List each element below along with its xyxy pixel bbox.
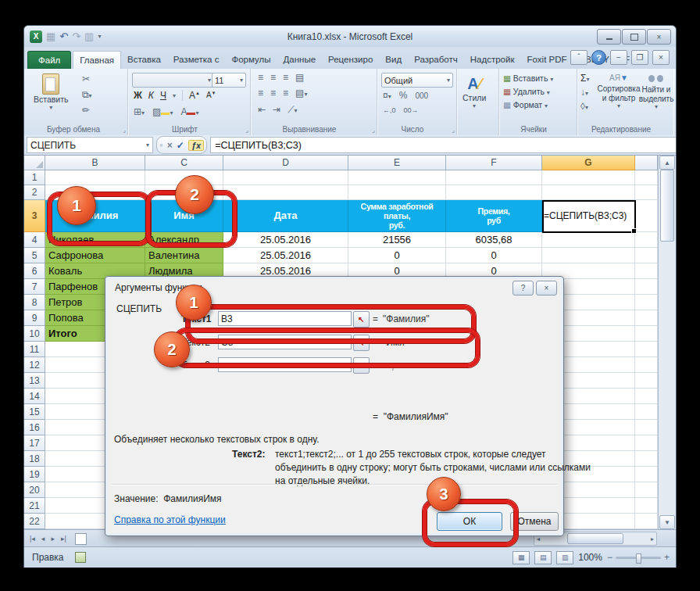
cell-H4[interactable]	[635, 232, 658, 248]
row-header-22[interactable]: 22	[24, 514, 45, 529]
cell-E2[interactable]	[348, 185, 446, 200]
page-layout-view-icon[interactable]: ▤	[534, 551, 552, 564]
select-all-corner[interactable]	[24, 156, 45, 170]
zoom-slider-thumb[interactable]	[636, 553, 641, 564]
dialog-value-line: Значение: ФамилияИмя	[114, 493, 222, 504]
cell-G4[interactable]	[542, 232, 635, 248]
row-header-10[interactable]: 10	[24, 326, 45, 342]
row-header-1[interactable]: 1	[24, 170, 45, 185]
first-sheet-icon[interactable]: |◂	[27, 533, 38, 544]
row-header-14[interactable]: 14	[24, 389, 45, 404]
row-header-7[interactable]: 7	[24, 279, 45, 295]
cell-H9[interactable]	[635, 310, 658, 326]
row-header-16[interactable]: 16	[24, 420, 45, 435]
help-link[interactable]: Справка по этой функции	[114, 514, 226, 525]
cell-H8[interactable]	[635, 295, 658, 310]
cell-E5[interactable]: 0	[348, 248, 446, 263]
cell-H5[interactable]	[635, 248, 658, 263]
cell-H20[interactable]	[635, 482, 658, 498]
column-header-G[interactable]: G	[542, 156, 635, 170]
cell-B1[interactable]	[45, 170, 145, 185]
column-header-D[interactable]: D	[223, 156, 348, 170]
cell-G2[interactable]	[542, 185, 635, 200]
column-header-H[interactable]	[635, 156, 658, 170]
zoom-out-icon[interactable]: −	[607, 552, 612, 563]
zoom-level[interactable]: 100%	[578, 552, 602, 563]
cell-H7[interactable]	[635, 279, 658, 295]
normal-view-icon[interactable]: ▦	[512, 551, 530, 564]
cell-C5[interactable]: Валентина	[145, 248, 223, 263]
row-header-19[interactable]: 19	[24, 467, 45, 482]
cell-H21[interactable]	[635, 498, 658, 514]
cell-E1[interactable]	[348, 170, 446, 185]
macro-record-icon[interactable]	[75, 552, 86, 563]
vertical-scrollbar[interactable]: ▲▼	[658, 156, 676, 529]
cell-H18[interactable]	[635, 451, 658, 467]
row-header-3[interactable]: 3	[24, 200, 45, 232]
row-header-9[interactable]: 9	[24, 310, 45, 326]
cell-H16[interactable]	[635, 420, 658, 435]
row-header-2[interactable]: 2	[24, 185, 45, 200]
row-header-20[interactable]: 20	[24, 482, 45, 498]
cell-H15[interactable]	[635, 404, 658, 420]
last-sheet-icon[interactable]: ▸|	[59, 533, 69, 544]
cell-D1[interactable]	[223, 170, 348, 185]
vertical-scroll-thumb[interactable]	[660, 170, 674, 242]
cell-H19[interactable]	[635, 467, 658, 482]
cell-E4[interactable]: 21556	[348, 232, 446, 248]
cell-F5[interactable]: 0	[446, 248, 542, 263]
cell-H13[interactable]	[635, 373, 658, 389]
dialog-help-icon[interactable]: ?	[512, 281, 534, 296]
column-header-E[interactable]: E	[348, 156, 446, 170]
cell-H2[interactable]	[635, 185, 658, 200]
scroll-down-icon[interactable]: ▼	[659, 515, 675, 529]
cell-H10[interactable]	[635, 326, 658, 342]
cell-F1[interactable]	[446, 170, 542, 185]
zoom-in-icon[interactable]: +	[664, 552, 670, 563]
column-header-C[interactable]: C	[145, 156, 223, 170]
cell-F2[interactable]	[446, 185, 542, 200]
scroll-right-icon[interactable]: ▸	[651, 535, 654, 543]
row-header-11[interactable]: 11	[24, 342, 45, 357]
cell-F3[interactable]: Премия, руб	[446, 200, 542, 232]
scroll-up-icon[interactable]: ▲	[659, 156, 675, 170]
cell-G1[interactable]	[542, 170, 635, 185]
horizontal-scroll-thumb[interactable]	[567, 533, 623, 544]
cell-E3[interactable]: Сумма заработной платы, руб.	[348, 200, 446, 232]
cell-D2[interactable]	[223, 185, 348, 200]
prev-sheet-icon[interactable]: ◂	[39, 533, 48, 544]
cell-H1[interactable]	[635, 170, 658, 185]
row-header-13[interactable]: 13	[24, 373, 45, 389]
excel-window: X ▦ ↶ ↷ ▥ ▾ Книга10.xlsx - Microsoft Exc…	[23, 25, 677, 568]
dialog-separator	[112, 484, 557, 485]
cell-H14[interactable]	[635, 389, 658, 404]
row-header-21[interactable]: 21	[24, 498, 45, 514]
cell-D5[interactable]: 25.05.2016	[223, 248, 348, 263]
page-break-view-icon[interactable]: ▥	[556, 551, 573, 564]
row-header-4[interactable]: 4	[24, 232, 45, 248]
column-header-B[interactable]: B	[45, 156, 145, 170]
row-header-8[interactable]: 8	[24, 295, 45, 310]
row-header-12[interactable]: 12	[24, 357, 45, 373]
row-header-15[interactable]: 15	[24, 404, 45, 420]
cell-H17[interactable]	[635, 435, 658, 451]
column-header-F[interactable]: F	[446, 156, 542, 170]
zoom-slider[interactable]: − +	[607, 552, 670, 563]
cell-B5[interactable]: Сафронова	[45, 248, 145, 263]
dialog-close-icon[interactable]: ×	[536, 281, 557, 296]
cell-G5[interactable]	[542, 248, 635, 263]
cell-H11[interactable]	[635, 342, 658, 357]
row-header-17[interactable]: 17	[24, 435, 45, 451]
cell-D4[interactable]: 25.05.2016	[223, 232, 348, 248]
cell-D3[interactable]: Дата	[223, 200, 348, 232]
row-header-6[interactable]: 6	[24, 263, 45, 279]
cell-H3[interactable]	[635, 200, 658, 232]
cell-H12[interactable]	[635, 357, 658, 373]
cell-H6[interactable]	[635, 263, 658, 279]
cell-F4[interactable]: 6035,68	[446, 232, 542, 248]
cell-H22[interactable]	[635, 514, 658, 529]
row-header-18[interactable]: 18	[24, 451, 45, 467]
insert-sheet-icon[interactable]	[75, 533, 87, 545]
next-sheet-icon[interactable]: ▸	[48, 533, 57, 544]
row-header-5[interactable]: 5	[24, 248, 45, 263]
